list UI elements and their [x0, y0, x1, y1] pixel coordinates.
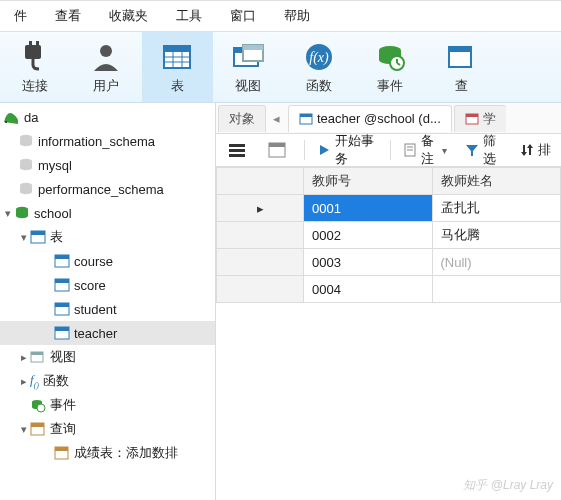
- row-marker: [217, 222, 304, 249]
- svg-marker-62: [527, 144, 533, 148]
- tree-tbl-score[interactable]: score: [0, 273, 215, 297]
- ab-formview[interactable]: [260, 139, 298, 161]
- svg-rect-0: [25, 45, 41, 59]
- tree-tbl-student[interactable]: student: [0, 297, 215, 321]
- database-icon: [18, 181, 34, 197]
- tb-event[interactable]: 事件: [355, 32, 426, 102]
- tree-db-school[interactable]: ▾ school: [0, 201, 215, 225]
- ab-begin-trans-label: 开始事务: [335, 132, 377, 168]
- tb-user[interactable]: 用户: [71, 32, 142, 102]
- form-icon: [268, 142, 290, 158]
- tree-query-item[interactable]: 成绩表：添加数排: [0, 441, 215, 465]
- menu-fav[interactable]: 收藏夹: [95, 3, 162, 29]
- menu-view[interactable]: 查看: [41, 3, 95, 29]
- cell-id[interactable]: 0004: [304, 276, 433, 303]
- cell-name[interactable]: 马化腾: [432, 222, 561, 249]
- query-icon: [30, 421, 46, 437]
- query-icon: [443, 39, 479, 75]
- tab-extra[interactable]: 学: [454, 105, 506, 132]
- tb-connect[interactable]: 连接: [0, 32, 71, 102]
- menu-file[interactable]: 件: [0, 3, 41, 29]
- svg-rect-13: [243, 45, 263, 50]
- tree-panel: da information_schema mysql performance_…: [0, 103, 216, 500]
- tree-db-mysql[interactable]: mysql: [0, 153, 215, 177]
- cell-name[interactable]: [432, 276, 561, 303]
- tree-tbl-teacher[interactable]: teacher: [0, 321, 215, 345]
- tree-group-queries[interactable]: ▾ 查询: [0, 417, 215, 441]
- workspace: da information_schema mysql performance_…: [0, 103, 561, 500]
- svg-point-22: [5, 121, 7, 123]
- ab-listview[interactable]: [220, 139, 258, 161]
- sort-icon: [520, 143, 538, 157]
- tree-group-tables[interactable]: ▾ 表: [0, 225, 215, 249]
- tb-view[interactable]: 视图: [213, 32, 284, 102]
- database-open-icon: [14, 205, 30, 221]
- grid-row[interactable]: 0003 (Null): [217, 249, 561, 276]
- grid-row[interactable]: ▸ 0001 孟扎扎: [217, 195, 561, 222]
- tab-objects[interactable]: 对象: [218, 105, 266, 132]
- tree-tbl-score-label: score: [74, 278, 106, 293]
- svg-rect-32: [55, 279, 69, 283]
- mysql-conn-icon: [2, 108, 20, 126]
- action-bar: 开始事务 备注 ▾ 筛选 排: [216, 134, 561, 167]
- ab-filter[interactable]: 筛选: [457, 129, 510, 171]
- menu-tool[interactable]: 工具: [162, 3, 216, 29]
- tree-db-school-label: school: [34, 206, 72, 221]
- function-icon: f(): [30, 372, 39, 390]
- cell-name[interactable]: 孟扎扎: [432, 195, 561, 222]
- svg-text:f(x): f(x): [309, 50, 329, 66]
- tree-tbl-course-label: course: [74, 254, 113, 269]
- svg-marker-54: [320, 145, 329, 155]
- cell-name[interactable]: (Null): [432, 249, 561, 276]
- play-icon: [317, 143, 335, 157]
- data-grid[interactable]: 教师号 教师姓名 ▸ 0001 孟扎扎 0002 马化腾 0003 (Null)…: [216, 167, 561, 303]
- menu-help[interactable]: 帮助: [270, 3, 324, 29]
- cell-id[interactable]: 0001: [304, 195, 433, 222]
- menu-bar: 件 查看 收藏夹 工具 窗口 帮助: [0, 0, 561, 31]
- col-teacher-id[interactable]: 教师号: [304, 168, 433, 195]
- svg-rect-2: [36, 41, 39, 47]
- event-icon: [372, 39, 408, 75]
- cell-id[interactable]: 0002: [304, 222, 433, 249]
- tree-group-events[interactable]: 事件: [0, 393, 215, 417]
- menu-window[interactable]: 窗口: [216, 3, 270, 29]
- grid-header-row: 教师号 教师姓名: [217, 168, 561, 195]
- tree-connection[interactable]: da: [0, 105, 215, 129]
- svg-rect-53: [269, 143, 285, 147]
- right-panel: 对象 ◂ teacher @school (d... 学 开始事: [216, 103, 561, 500]
- view-icon: [30, 349, 46, 365]
- tab-scroll-left[interactable]: ◂: [266, 111, 286, 126]
- table-icon: [299, 112, 317, 126]
- ab-memo[interactable]: 备注 ▾: [395, 129, 454, 171]
- svg-rect-44: [55, 447, 68, 451]
- tree-group-views-label: 视图: [50, 348, 76, 366]
- tree-tbl-course[interactable]: course: [0, 249, 215, 273]
- grid-row[interactable]: 0002 马化腾: [217, 222, 561, 249]
- query-icon: [54, 445, 70, 461]
- ab-sort[interactable]: 排: [512, 138, 559, 162]
- plug-icon: [17, 39, 53, 75]
- tb-event-label: 事件: [377, 77, 403, 95]
- ab-begin-trans[interactable]: 开始事务: [309, 129, 385, 171]
- tree-db-perf[interactable]: performance_schema: [0, 177, 215, 201]
- tab-table-teacher[interactable]: teacher @school (d...: [288, 105, 452, 132]
- grid-row[interactable]: 0004: [217, 276, 561, 303]
- chevron-down-icon: ▾: [18, 231, 30, 244]
- tb-query[interactable]: 查: [426, 32, 497, 102]
- cell-id[interactable]: 0003: [304, 249, 433, 276]
- tree-db-info[interactable]: information_schema: [0, 129, 215, 153]
- tree-group-funcs[interactable]: ▸ f() 函数: [0, 369, 215, 393]
- svg-rect-34: [55, 303, 69, 307]
- tb-view-label: 视图: [235, 77, 261, 95]
- tb-table[interactable]: 表: [142, 32, 213, 102]
- tree-group-views[interactable]: ▸ 视图: [0, 345, 215, 369]
- svg-rect-51: [229, 154, 245, 157]
- col-teacher-name[interactable]: 教师姓名: [432, 168, 561, 195]
- tb-func[interactable]: f(x) 函数: [284, 32, 355, 102]
- svg-rect-46: [300, 114, 312, 117]
- event-icon: [30, 397, 46, 413]
- tree-tbl-teacher-label: teacher: [74, 326, 117, 341]
- row-marker: ▸: [217, 195, 304, 222]
- tree-db-info-label: information_schema: [38, 134, 155, 149]
- tb-connect-label: 连接: [22, 77, 48, 95]
